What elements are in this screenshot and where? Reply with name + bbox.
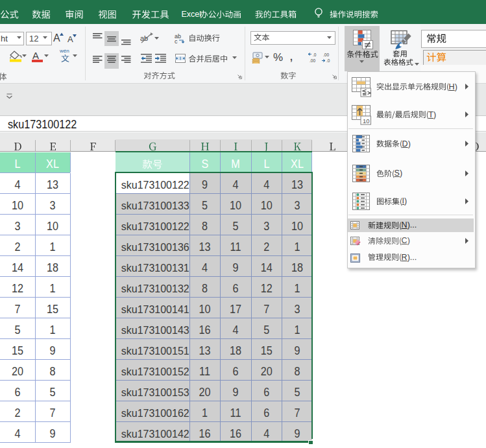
- svg-text:.0: .0: [326, 58, 330, 63]
- svg-text:10: 10: [363, 117, 370, 124]
- svg-text:.00: .00: [310, 58, 315, 63]
- svg-text:.00: .00: [323, 53, 329, 57]
- svg-text:c: c: [175, 38, 178, 43]
- svg-text:.0: .0: [313, 53, 317, 57]
